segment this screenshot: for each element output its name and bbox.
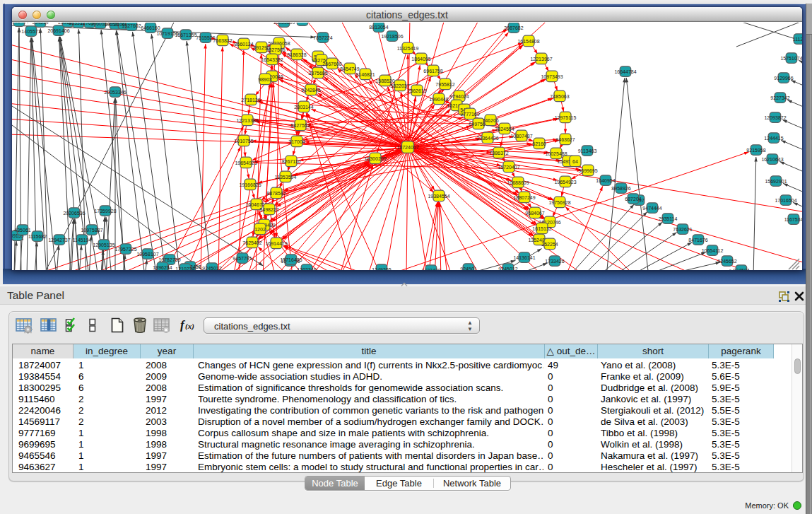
svg-text:8454749: 8454749 bbox=[340, 66, 359, 71]
svg-text:12905135: 12905135 bbox=[93, 243, 114, 247]
svg-text:2667608: 2667608 bbox=[322, 62, 341, 66]
svg-text:16671355: 16671355 bbox=[175, 33, 196, 37]
svg-text:1362615: 1362615 bbox=[407, 88, 426, 93]
svg-text:62160: 62160 bbox=[532, 141, 546, 146]
svg-text:10807487: 10807487 bbox=[510, 134, 532, 139]
svg-text:9794024: 9794024 bbox=[449, 94, 469, 99]
svg-text:9113463: 9113463 bbox=[578, 148, 597, 153]
svg-text:11353594: 11353594 bbox=[275, 175, 297, 180]
svg-text:3824554: 3824554 bbox=[495, 127, 514, 132]
svg-text:1405571: 1405571 bbox=[21, 29, 40, 34]
svg-text:19756928: 19756928 bbox=[548, 200, 570, 205]
svg-text:746206: 746206 bbox=[482, 118, 498, 123]
svg-text:7632621: 7632621 bbox=[673, 227, 692, 232]
svg-text:8215958: 8215958 bbox=[746, 148, 765, 153]
svg-text:8267110: 8267110 bbox=[282, 159, 301, 164]
svg-text:924504: 924504 bbox=[733, 268, 749, 271]
svg-text:15720407: 15720407 bbox=[498, 165, 519, 170]
svg-text:12213389: 12213389 bbox=[236, 118, 258, 123]
svg-text:9699695: 9699695 bbox=[578, 168, 597, 173]
svg-text:18724007: 18724007 bbox=[396, 145, 418, 150]
svg-text:64: 64 bbox=[572, 159, 578, 164]
svg-text:14136141: 14136141 bbox=[513, 255, 535, 260]
svg-text:7386372: 7386372 bbox=[489, 151, 508, 156]
svg-text:(x): (x) bbox=[185, 322, 194, 331]
svg-text:1864095: 1864095 bbox=[411, 57, 430, 62]
svg-text:435061: 435061 bbox=[14, 228, 30, 233]
svg-text:18300295: 18300295 bbox=[364, 156, 386, 161]
svg-text:20691406: 20691406 bbox=[47, 28, 69, 33]
svg-text:18807249: 18807249 bbox=[513, 195, 535, 200]
svg-text:6466160: 6466160 bbox=[141, 25, 160, 30]
svg-text:1588520: 1588520 bbox=[375, 78, 394, 83]
svg-text:16033809: 16033809 bbox=[273, 23, 295, 25]
svg-text:10975887: 10975887 bbox=[81, 228, 102, 233]
svg-text:12942737: 12942737 bbox=[48, 238, 70, 243]
svg-text:12975115: 12975115 bbox=[555, 115, 577, 120]
svg-text:1115682: 1115682 bbox=[28, 234, 47, 239]
svg-text:17359928: 17359928 bbox=[94, 209, 116, 214]
svg-text:1202346: 1202346 bbox=[297, 267, 316, 271]
svg-text:1733420: 1733420 bbox=[421, 268, 440, 271]
svg-text:16914479: 16914479 bbox=[265, 241, 287, 246]
svg-text:1244415: 1244415 bbox=[764, 136, 783, 141]
svg-text:17957225: 17957225 bbox=[114, 247, 136, 252]
svg-text:98903: 98903 bbox=[258, 77, 272, 82]
svg-text:8471676: 8471676 bbox=[688, 238, 707, 243]
svg-text:9245652: 9245652 bbox=[717, 259, 736, 264]
svg-text:9242845: 9242845 bbox=[301, 88, 320, 93]
svg-text:2087682: 2087682 bbox=[504, 25, 523, 30]
svg-text:10958107: 10958107 bbox=[136, 252, 158, 257]
svg-text:10688609: 10688609 bbox=[507, 180, 529, 185]
svg-text:10973493: 10973493 bbox=[541, 74, 563, 79]
svg-text:19654923: 19654923 bbox=[554, 180, 576, 185]
svg-text:1896234: 1896234 bbox=[153, 265, 172, 270]
svg-text:9457791: 9457791 bbox=[233, 256, 252, 261]
svg-text:252254: 252254 bbox=[541, 242, 558, 247]
svg-text:9245012: 9245012 bbox=[498, 267, 517, 271]
svg-text:19654923: 19654923 bbox=[235, 160, 257, 165]
svg-text:317004: 317004 bbox=[288, 139, 305, 144]
svg-text:9777169: 9777169 bbox=[460, 112, 479, 117]
svg-text:7857224: 7857224 bbox=[313, 35, 332, 40]
svg-text:1145194: 1145194 bbox=[73, 238, 92, 243]
svg-text:1167534: 1167534 bbox=[784, 217, 802, 222]
svg-text:1733426: 1733426 bbox=[545, 259, 564, 264]
svg-text:12213967: 12213967 bbox=[530, 57, 552, 62]
svg-text:8186328: 8186328 bbox=[287, 52, 306, 57]
svg-text:17016504: 17016504 bbox=[775, 198, 796, 203]
svg-text:16154808: 16154808 bbox=[517, 39, 539, 44]
svg-text:12093872: 12093872 bbox=[764, 115, 786, 120]
svg-text:1202: 1202 bbox=[254, 227, 266, 232]
svg-text:1249205: 1249205 bbox=[372, 267, 391, 271]
svg-text:9129966: 9129966 bbox=[774, 76, 793, 81]
svg-text:11325419: 11325419 bbox=[397, 46, 419, 51]
svg-text:20053346: 20053346 bbox=[104, 90, 126, 95]
svg-text:1640954: 1640954 bbox=[596, 178, 615, 183]
svg-text:19384554: 19384554 bbox=[428, 194, 449, 199]
svg-text:9227342: 9227342 bbox=[770, 95, 789, 100]
svg-text:16543382: 16543382 bbox=[261, 57, 283, 62]
svg-text:8813054: 8813054 bbox=[369, 25, 388, 30]
svg-text:1210234: 1210234 bbox=[175, 267, 194, 271]
svg-text:3875685: 3875685 bbox=[308, 71, 327, 76]
svg-text:15692901: 15692901 bbox=[765, 179, 787, 184]
svg-text:9463627: 9463627 bbox=[555, 137, 575, 142]
svg-text:5822037: 5822037 bbox=[390, 83, 409, 88]
svg-text:1103404: 1103404 bbox=[12, 23, 28, 24]
svg-text:8427552: 8427552 bbox=[290, 123, 310, 128]
svg-text:1615132: 1615132 bbox=[532, 226, 551, 231]
svg-text:20206536: 20206536 bbox=[63, 211, 85, 216]
svg-text:1010755: 1010755 bbox=[234, 139, 253, 144]
svg-text:16644784: 16644784 bbox=[614, 69, 636, 74]
svg-text:11123: 11123 bbox=[793, 37, 802, 42]
svg-text:15751074: 15751074 bbox=[780, 56, 802, 61]
svg-text:19218506: 19218506 bbox=[381, 34, 403, 39]
svg-text:7485063: 7485063 bbox=[550, 94, 569, 99]
svg-text:1990448: 1990448 bbox=[429, 97, 448, 102]
svg-text:2803144: 2803144 bbox=[294, 105, 313, 110]
svg-text:9146821: 9146821 bbox=[355, 72, 375, 77]
svg-text:16782759: 16782759 bbox=[158, 257, 180, 262]
svg-text:20364436: 20364436 bbox=[476, 136, 498, 141]
svg-text:7955812: 7955812 bbox=[435, 82, 454, 87]
